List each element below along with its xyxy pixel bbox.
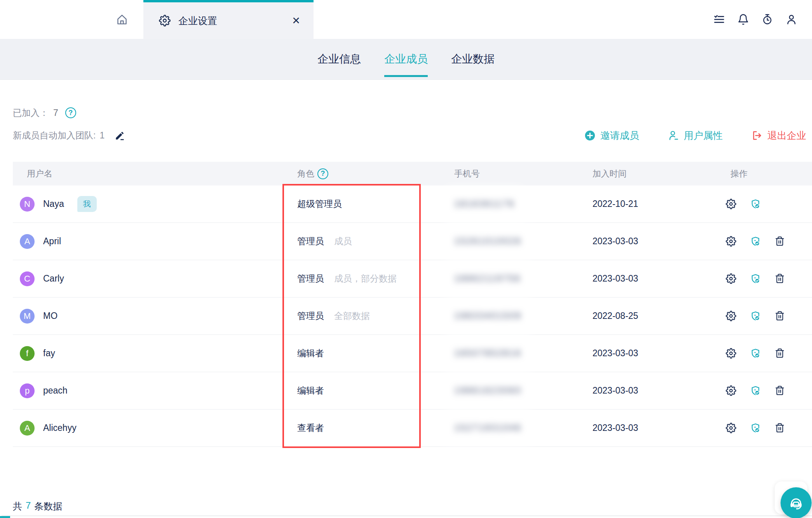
topbar-icon-group	[713, 0, 797, 39]
member-name: Alicehyy	[43, 423, 77, 433]
user-attributes-icon	[668, 130, 679, 141]
join-date: 2023-03-03	[579, 385, 716, 396]
invite-members-button[interactable]: 邀请成员	[584, 129, 639, 142]
member-name: peach	[43, 385, 68, 396]
me-badge: 我	[77, 196, 97, 212]
member-settings-icon[interactable]	[726, 236, 736, 247]
col-header-phone: 手机号	[440, 168, 579, 180]
member-role: 管理员	[297, 235, 324, 247]
avatar: f	[20, 346, 35, 361]
join-date: 2023-03-03	[579, 423, 716, 433]
avatar: A	[20, 421, 35, 436]
col-header-join-date: 加入时间	[579, 168, 716, 180]
members-table: 用户名 角色 ? 手机号 加入时间 操作 N Naya 我 超级管理员 1816…	[13, 162, 812, 447]
user-account-icon[interactable]	[786, 14, 797, 25]
phone-redacted: 19861623060	[448, 381, 528, 401]
col-header-username: 用户名	[13, 168, 283, 180]
home-button[interactable]	[110, 0, 134, 39]
permission-shield-icon[interactable]	[750, 348, 761, 359]
notification-bell-icon[interactable]	[737, 14, 749, 25]
tab-enterprise-data[interactable]: 企业数据	[451, 39, 495, 79]
col-header-operations: 操作	[716, 168, 812, 180]
exit-enterprise-label: 退出企业	[767, 129, 806, 142]
table-row: A Alicehyy 查看者 15271931046 2023-03-03	[13, 410, 812, 447]
member-role: 编辑者	[297, 347, 324, 359]
logout-icon	[751, 130, 763, 141]
member-settings-icon[interactable]	[726, 273, 736, 284]
user-attributes-button[interactable]: 用户属性	[668, 129, 723, 142]
member-settings-icon[interactable]	[726, 311, 736, 321]
permission-shield-icon[interactable]	[750, 273, 761, 284]
timer-icon[interactable]	[761, 14, 773, 25]
permission-shield-icon[interactable]	[750, 199, 761, 209]
avatar: A	[20, 234, 35, 249]
member-role: 管理员	[297, 273, 324, 285]
permission-shield-icon[interactable]	[750, 311, 761, 321]
member-name: MO	[43, 311, 58, 321]
tab-title: 企业设置	[178, 14, 289, 27]
bottom-divider	[0, 516, 812, 518]
table-row: f fay 编辑者 16507852816 2023-03-03	[13, 335, 812, 372]
member-settings-icon[interactable]	[726, 423, 736, 433]
member-actions-row: 邀请成员 用户属性 退出企业	[584, 128, 806, 142]
member-settings-icon[interactable]	[726, 199, 736, 209]
avatar: C	[20, 271, 35, 286]
member-role: 编辑者	[297, 385, 324, 397]
tab-enterprise-settings[interactable]: 企业设置 ✕	[143, 0, 314, 39]
member-name: Naya	[43, 199, 64, 209]
delete-member-icon[interactable]	[775, 348, 785, 359]
edit-pencil-icon[interactable]	[115, 130, 125, 141]
table-row: M MO 管理员全部数据 19833401509 2022-08-25	[13, 298, 812, 335]
join-date: 2022-10-21	[579, 199, 716, 209]
permission-shield-icon[interactable]	[750, 236, 761, 247]
tab-enterprise-info[interactable]: 企业信息	[317, 39, 361, 79]
avatar: N	[20, 197, 35, 212]
delete-member-icon[interactable]	[775, 236, 785, 247]
auto-join-label: 新成员自动加入团队:	[13, 130, 96, 142]
exit-enterprise-button[interactable]: 退出企业	[751, 129, 806, 142]
member-role-scope: 成员，部分数据	[334, 273, 397, 285]
headset-icon	[788, 495, 804, 511]
delete-member-icon[interactable]	[775, 385, 785, 396]
table-row: N Naya 我 超级管理员 1816361176 2022-10-21	[13, 186, 812, 223]
table-row: p peach 编辑者 19861623060 2023-03-03	[13, 372, 812, 410]
phone-redacted: 18862119756	[448, 269, 527, 289]
invite-members-label: 邀请成员	[600, 129, 639, 142]
member-name: fay	[43, 348, 55, 359]
delete-member-icon[interactable]	[775, 311, 785, 321]
member-role-scope: 全部数据	[334, 310, 370, 322]
auto-join-line: 新成员自动加入团队:1	[13, 128, 125, 142]
joined-label: 已加入：	[13, 107, 49, 119]
permission-shield-icon[interactable]	[750, 423, 761, 433]
joined-count-line: 已加入：7 ?	[13, 106, 76, 120]
member-name: Carly	[43, 273, 64, 284]
delete-member-icon[interactable]	[775, 273, 785, 284]
top-bar: 企业设置 ✕	[0, 0, 812, 39]
phone-redacted: 19833401509	[448, 306, 528, 326]
join-date: 2023-03-03	[579, 273, 716, 284]
todo-list-icon[interactable]	[713, 14, 725, 25]
member-role: 超级管理员	[297, 198, 342, 210]
member-name: April	[43, 236, 61, 247]
delete-member-icon[interactable]	[775, 423, 785, 433]
phone-redacted: 16507852816	[448, 343, 528, 363]
permission-shield-icon[interactable]	[750, 385, 761, 396]
table-header-row: 用户名 角色 ? 手机号 加入时间 操作	[13, 162, 812, 186]
member-settings-icon[interactable]	[726, 348, 736, 359]
close-tab-icon[interactable]: ✕	[289, 13, 303, 28]
customer-support-chat-button[interactable]	[781, 487, 812, 518]
joined-help-icon[interactable]: ?	[65, 107, 76, 118]
join-date: 2023-03-03	[579, 236, 716, 247]
bottom-scrollbar-fragment[interactable]	[0, 516, 10, 518]
table-row: A April 管理员成员 15261010026 2023-03-03	[13, 223, 812, 260]
member-role: 查看者	[297, 422, 324, 434]
role-help-icon[interactable]: ?	[317, 168, 328, 179]
joined-count: 7	[53, 108, 58, 118]
member-settings-icon[interactable]	[726, 385, 736, 396]
avatar: M	[20, 309, 35, 324]
section-tabs: 企业信息 企业成员 企业数据	[0, 39, 812, 80]
enterprise-settings-page: 企业设置 ✕ 企业信息 企业成员 企业数据 已加入：7 ? 新成员自动加入	[0, 0, 812, 518]
total-count-number: 7	[26, 500, 31, 513]
join-date: 2022-08-25	[579, 311, 716, 321]
tab-enterprise-members[interactable]: 企业成员	[384, 39, 428, 79]
